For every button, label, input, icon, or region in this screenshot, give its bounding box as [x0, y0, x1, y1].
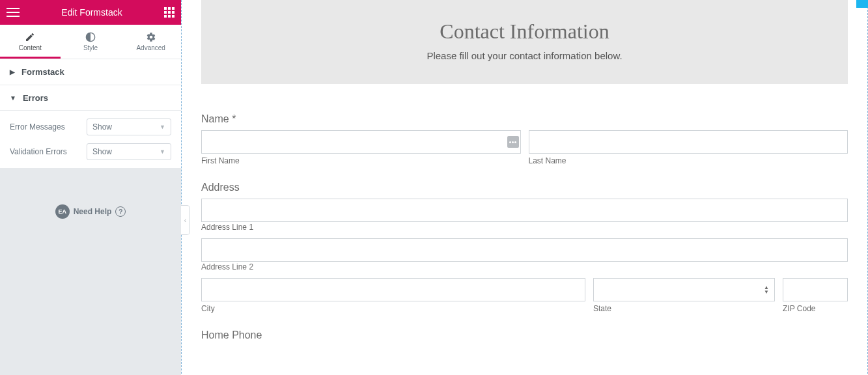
- first-name-input[interactable]: [201, 130, 521, 154]
- city-sublabel: City: [201, 304, 585, 313]
- address-line2-input[interactable]: [201, 238, 848, 262]
- ea-badge-icon: EA: [55, 204, 70, 219]
- need-help-area: EA Need Help ?: [0, 169, 181, 375]
- tab-advanced-label: Advanced: [136, 44, 165, 51]
- sidebar-tabs: Content Style Advanced: [0, 25, 181, 59]
- pencil-icon: [25, 32, 35, 42]
- state-select[interactable]: ▲▼: [593, 278, 775, 301]
- last-name-input[interactable]: [529, 130, 848, 154]
- tab-content-label: Content: [19, 44, 42, 51]
- validation-errors-select[interactable]: Show ▼: [87, 143, 171, 160]
- edit-handle-icon[interactable]: [856, 0, 868, 8]
- chevron-left-icon: ‹: [184, 217, 186, 224]
- chevron-down-icon: ▼: [160, 148, 165, 155]
- section-errors[interactable]: ▼ Errors: [0, 85, 181, 111]
- sidebar-collapse-button[interactable]: ‹: [181, 205, 190, 235]
- caret-right-icon: ▶: [10, 68, 15, 76]
- error-messages-value: Show: [92, 122, 112, 132]
- address-line1-input[interactable]: [201, 199, 848, 222]
- need-help-label: Need Help: [74, 207, 112, 216]
- sidebar-header: Edit Formstack: [0, 0, 181, 25]
- control-validation-errors: Validation Errors Show ▼: [10, 143, 171, 160]
- validation-errors-label: Validation Errors: [10, 147, 67, 156]
- form-header: Contact Information Please fill out your…: [201, 0, 848, 84]
- question-icon: ?: [115, 206, 126, 217]
- section-formstack[interactable]: ▶ Formstack: [0, 59, 181, 85]
- tab-content[interactable]: Content: [0, 25, 61, 59]
- name-field: Name * First Name Last Name: [201, 113, 848, 165]
- sidebar: Edit Formstack Content Style Advanced ▶ …: [0, 0, 181, 375]
- last-name-sublabel: Last Name: [529, 156, 848, 165]
- half-circle-icon: [85, 32, 96, 42]
- select-arrows-icon: ▲▼: [764, 285, 769, 294]
- form-title: Contact Information: [214, 20, 835, 44]
- autofill-icon[interactable]: [507, 136, 519, 148]
- error-messages-label: Error Messages: [10, 122, 65, 132]
- section-formstack-label: Formstack: [21, 67, 64, 77]
- first-name-sublabel: First Name: [201, 156, 521, 165]
- city-input[interactable]: [201, 278, 585, 301]
- address-label: Address: [201, 182, 848, 193]
- zip-input[interactable]: [783, 278, 848, 301]
- error-messages-select[interactable]: Show ▼: [87, 118, 171, 135]
- home-phone-label: Home Phone: [201, 329, 848, 341]
- validation-errors-value: Show: [92, 147, 112, 156]
- section-boundary: Contact Information Please fill out your…: [181, 0, 868, 375]
- form-subtitle: Please fill out your contact information…: [214, 50, 835, 61]
- address-line2-sublabel: Address Line 2: [201, 262, 253, 271]
- sidebar-sections: ▶ Formstack ▼ Errors: [0, 59, 181, 111]
- address-line1-sublabel: Address Line 1: [201, 223, 253, 232]
- chevron-down-icon: ▼: [160, 124, 165, 130]
- tab-advanced[interactable]: Advanced: [120, 25, 181, 59]
- control-error-messages: Error Messages Show ▼: [10, 118, 171, 135]
- tab-style-label: Style: [83, 44, 98, 51]
- address-field: Address Address Line 1 Address Line 2 Ci…: [201, 182, 848, 313]
- tab-style[interactable]: Style: [61, 25, 121, 59]
- canvas: Contact Information Please fill out your…: [181, 0, 868, 375]
- sidebar-title: Edit Formstack: [61, 7, 122, 18]
- home-phone-field: Home Phone: [201, 329, 848, 341]
- state-sublabel: State: [593, 304, 775, 313]
- caret-down-icon: ▼: [10, 94, 16, 102]
- need-help-button[interactable]: EA Need Help ?: [55, 204, 126, 219]
- apps-icon[interactable]: [164, 7, 175, 18]
- menu-icon[interactable]: [7, 8, 20, 17]
- form-widget[interactable]: Contact Information Please fill out your…: [182, 0, 867, 375]
- gear-icon: [146, 32, 156, 42]
- errors-controls: Error Messages Show ▼ Validation Errors …: [0, 111, 181, 169]
- name-label: Name *: [201, 113, 848, 125]
- section-errors-label: Errors: [23, 93, 48, 103]
- zip-sublabel: ZIP Code: [783, 304, 848, 313]
